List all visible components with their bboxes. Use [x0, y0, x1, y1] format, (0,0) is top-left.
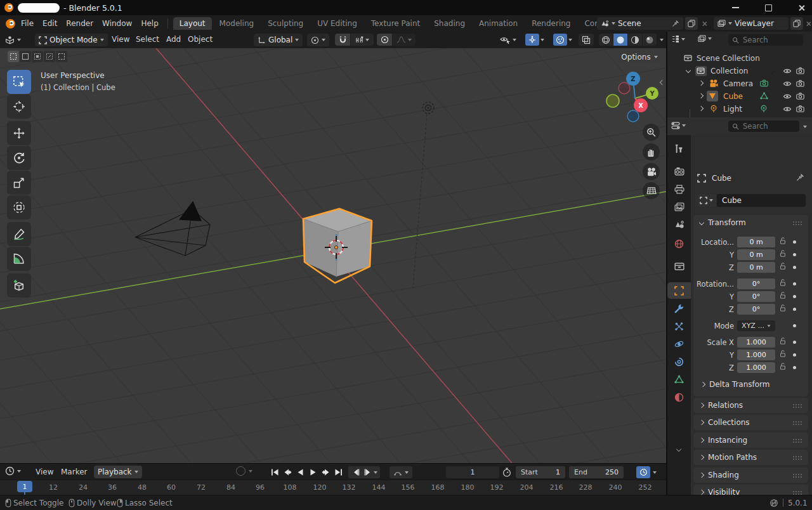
properties-editor-button[interactable] [671, 121, 686, 130]
location-y-field[interactable]: 0 m [737, 249, 775, 260]
tab-scene[interactable] [667, 216, 691, 233]
blender-menu-icon[interactable] [5, 18, 16, 29]
menu-render[interactable]: Render [62, 19, 97, 28]
camera-restrict-icon[interactable] [796, 67, 804, 74]
proportional-falloff-button[interactable] [393, 34, 416, 46]
menu-add[interactable]: Add [162, 35, 185, 44]
tab-view-layer[interactable] [667, 199, 691, 215]
timeline-ruler[interactable]: 1 12 24 36 48 60 72 84 96 108 120 132 14… [0, 480, 666, 495]
scale-y-field[interactable]: 1.000 [737, 350, 775, 360]
chevron-down-icon[interactable] [568, 39, 572, 41]
outliner-row-cube[interactable]: Cube [667, 90, 812, 103]
select-variant-4-button[interactable] [44, 51, 55, 62]
timeline-editor-button[interactable] [5, 466, 21, 476]
shading-rendered-button[interactable] [643, 34, 657, 46]
viewlayer-selector[interactable]: ViewLayer [714, 17, 789, 30]
pivot-point-selector[interactable] [307, 34, 329, 46]
tab-rendering[interactable]: Rendering [525, 17, 577, 30]
outliner-row-light[interactable]: Light [667, 103, 812, 115]
select-variant-3-button[interactable] [32, 51, 43, 62]
lock-icon[interactable] [779, 249, 787, 258]
viewport-3d[interactable]: Z Y X Options User Perspective (1) Colle… [0, 48, 666, 463]
chevron-down-icon[interactable] [653, 471, 657, 474]
maximize-button[interactable] [754, 0, 783, 15]
id-type-button[interactable] [696, 194, 716, 207]
minimize-button[interactable] [721, 0, 750, 15]
proportional-editing-button[interactable] [377, 34, 392, 46]
lock-icon[interactable] [779, 362, 787, 370]
menu-object[interactable]: Object [184, 35, 216, 44]
expand-icon[interactable] [686, 68, 691, 73]
expand-icon[interactable] [698, 93, 704, 98]
shading-wireframe-button[interactable] [599, 34, 613, 46]
tab-modifiers[interactable] [667, 300, 691, 317]
viewport-canvas[interactable]: Z Y X [0, 48, 666, 463]
stopwatch-icon[interactable] [502, 468, 511, 477]
tab-layout[interactable]: Layout [173, 17, 212, 30]
lock-icon[interactable] [779, 291, 787, 299]
lock-icon[interactable] [779, 350, 787, 358]
shading-solid-button[interactable] [613, 34, 627, 46]
grip-icon[interactable] [793, 221, 794, 223]
panel-collections[interactable]: Collections [693, 415, 808, 430]
viewlayer-copy-button[interactable] [790, 17, 803, 30]
location-z-field[interactable]: 0 m [737, 262, 775, 273]
previous-keyframe-button[interactable] [282, 466, 294, 478]
select-variant-1-button[interactable] [8, 51, 19, 62]
tab-texture-paint[interactable]: Texture Paint [365, 17, 426, 30]
camera-restrict-icon[interactable] [796, 80, 804, 87]
playback-sync-button[interactable] [636, 466, 650, 478]
tool-scale[interactable] [7, 171, 31, 195]
tab-collection[interactable] [667, 258, 691, 275]
rotation-y-field[interactable]: 0° [737, 291, 775, 302]
transform-panel-header[interactable]: Transform [693, 215, 808, 230]
menu-file[interactable]: File [17, 19, 37, 28]
tab-output[interactable] [667, 181, 691, 197]
next-keyframe-button[interactable] [320, 466, 332, 478]
menu-select[interactable]: Select [132, 35, 163, 44]
menu-edit[interactable]: Edit [39, 19, 61, 28]
properties-search[interactable] [728, 121, 799, 132]
snap-settings-button[interactable] [351, 34, 374, 46]
grip-icon[interactable] [793, 474, 794, 475]
tab-modeling[interactable]: Modeling [213, 17, 261, 30]
tab-animation[interactable]: Animation [473, 17, 524, 30]
tool-rotate[interactable] [7, 146, 31, 170]
playback-dropdown[interactable]: Playback [94, 466, 142, 478]
tab-shading[interactable]: Shading [428, 17, 471, 30]
lock-icon[interactable] [779, 337, 787, 345]
animate-dot[interactable] [793, 308, 796, 311]
location-x-field[interactable]: 0 m [737, 237, 775, 247]
menu-marker[interactable]: Marker [57, 468, 91, 476]
overlays-toggle-button[interactable] [553, 34, 567, 46]
tool-select-box[interactable] [7, 70, 31, 94]
tab-object[interactable] [667, 282, 691, 299]
scale-x-field[interactable]: 1.000 [737, 337, 775, 348]
animate-dot[interactable] [793, 366, 796, 369]
close-button[interactable] [787, 0, 812, 15]
animate-dot[interactable] [793, 341, 796, 344]
mode-selector[interactable]: Object Mode [35, 34, 108, 46]
menu-view[interactable]: View [108, 35, 133, 44]
object-name-field[interactable]: Cube [717, 194, 806, 207]
scene-selector[interactable]: Scene [597, 17, 683, 30]
rotation-z-field[interactable]: 0° [737, 304, 775, 315]
offline-globe-icon[interactable] [769, 499, 778, 507]
grip-icon[interactable] [793, 491, 794, 492]
animate-dot[interactable] [793, 353, 796, 356]
panel-instancing[interactable]: Instancing [693, 433, 808, 448]
shading-material-button[interactable] [628, 34, 642, 46]
frame-end-field[interactable]: End 250 [569, 466, 624, 478]
chevron-down-icon[interactable] [374, 471, 377, 474]
outliner-row-scene-collection[interactable]: Scene Collection [667, 52, 812, 65]
panel-relations[interactable]: Relations [693, 398, 808, 413]
menu-view[interactable]: View [32, 468, 57, 476]
animate-dot[interactable] [793, 324, 796, 327]
tabstrip-more-icon[interactable] [676, 447, 681, 452]
grip-icon[interactable] [793, 456, 794, 457]
transform-orientation[interactable]: Global [254, 34, 303, 46]
keying-group[interactable] [390, 466, 412, 478]
step-back-button[interactable] [351, 466, 361, 478]
lock-icon[interactable] [779, 262, 787, 270]
breadcrumb[interactable]: Cube [712, 174, 731, 183]
